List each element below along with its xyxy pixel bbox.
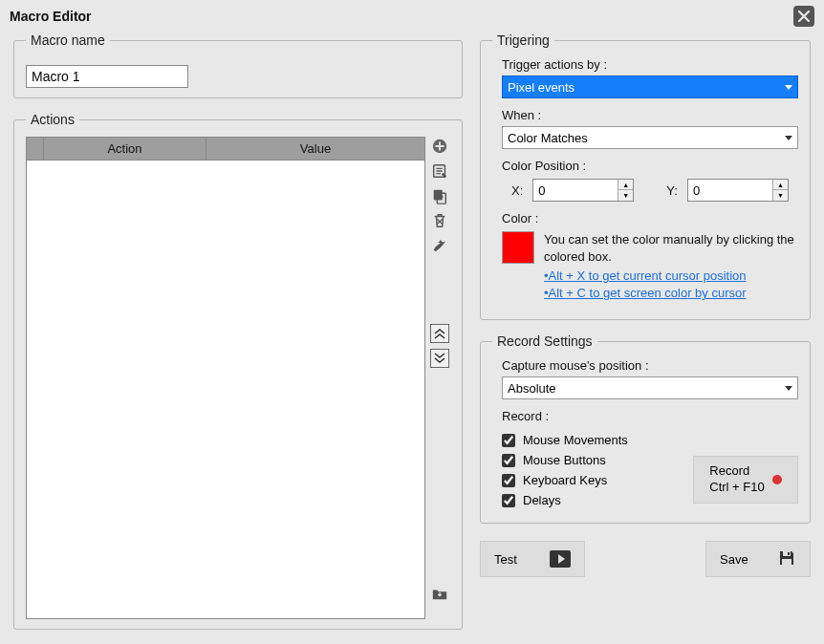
value-column-header: Value <box>206 138 424 160</box>
x-field[interactable] <box>533 182 618 200</box>
svg-rect-6 <box>788 552 790 555</box>
trigger-by-value: Pixel events <box>508 80 575 95</box>
altc-link[interactable]: •Alt + C to get screen color by cursor <box>502 286 798 300</box>
double-chevron-down-icon <box>433 352 446 365</box>
macro-name-input[interactable] <box>26 65 188 88</box>
folder-download-icon <box>431 585 448 602</box>
color-position-label: Color Position : <box>502 159 798 173</box>
close-icon <box>798 11 810 22</box>
chk-movements[interactable] <box>502 434 515 447</box>
add-action-button[interactable] <box>430 137 449 156</box>
close-button[interactable] <box>793 6 814 27</box>
actions-group: Actions Action Value <box>13 112 463 630</box>
wizard-icon <box>431 237 448 254</box>
when-label: When : <box>502 108 798 122</box>
macro-name-legend: Macro name <box>26 32 110 48</box>
move-down-button[interactable] <box>430 349 449 368</box>
edit-icon <box>431 162 448 180</box>
x-spinner[interactable]: ▲▼ <box>618 180 633 201</box>
copy-action-button[interactable] <box>430 186 449 205</box>
record-btn-line2: Ctrl + F10 <box>709 480 764 496</box>
delete-action-button[interactable] <box>430 211 449 230</box>
chk-buttons-row[interactable]: Mouse Buttons <box>502 453 693 467</box>
record-button[interactable]: Record Ctrl + F10 <box>693 456 798 504</box>
triggering-legend: Trigering <box>492 32 554 48</box>
title-bar: Macro Editor <box>0 0 824 32</box>
trash-icon <box>431 212 448 229</box>
chevron-down-icon <box>785 85 792 90</box>
play-icon <box>550 550 571 568</box>
copy-icon <box>431 187 448 204</box>
plus-circle-icon <box>431 138 448 155</box>
export-button[interactable] <box>430 584 449 603</box>
chk-keys-row[interactable]: Keyboard Keys <box>502 473 693 487</box>
trigger-by-label: Trigger actions by : <box>502 57 798 72</box>
save-label: Save <box>720 552 748 567</box>
chk-keys[interactable] <box>502 474 515 487</box>
record-label: Record : <box>502 409 798 423</box>
window-title: Macro Editor <box>10 9 92 24</box>
when-select[interactable]: Color Matches <box>502 126 798 149</box>
y-field[interactable] <box>688 182 772 200</box>
record-dot-icon <box>772 475 782 484</box>
x-label: X: <box>502 183 523 198</box>
chk-movements-row[interactable]: Mouse Movements <box>502 433 693 447</box>
chk-delays[interactable] <box>502 494 515 507</box>
altx-link[interactable]: •Alt + X to get current cursor position <box>502 268 798 283</box>
chk-delays-row[interactable]: Delays <box>502 493 693 507</box>
double-chevron-up-icon <box>433 327 446 340</box>
row-number-header <box>27 138 44 160</box>
actions-header: Action Value <box>27 138 424 161</box>
record-btn-line1: Record <box>709 463 764 480</box>
capture-select[interactable]: Absolute <box>502 376 798 399</box>
color-swatch[interactable] <box>502 231 534 264</box>
y-input[interactable]: ▲▼ <box>687 179 789 202</box>
move-up-button[interactable] <box>430 324 449 343</box>
capture-label: Capture mouse's position : <box>502 358 798 373</box>
chevron-down-icon <box>785 386 792 391</box>
actions-body[interactable] <box>27 161 424 618</box>
chk-keys-label: Keyboard Keys <box>523 473 607 487</box>
macro-name-group: Macro name <box>13 32 463 98</box>
chk-delays-label: Delays <box>523 493 561 507</box>
x-input[interactable]: ▲▼ <box>532 179 634 202</box>
test-label: Test <box>494 552 517 567</box>
record-settings-legend: Record Settings <box>492 333 597 349</box>
chevron-down-icon <box>785 136 792 140</box>
trigger-by-select[interactable]: Pixel events <box>502 75 798 98</box>
chk-buttons-label: Mouse Buttons <box>523 453 606 467</box>
action-column-header: Action <box>44 138 206 160</box>
color-hint: You can set the color manually by clicki… <box>544 231 798 266</box>
actions-legend: Actions <box>26 112 79 127</box>
y-spinner[interactable]: ▲▼ <box>772 180 788 201</box>
actions-table[interactable]: Action Value <box>26 137 425 619</box>
record-settings-group: Record Settings Capture mouse's position… <box>480 333 811 524</box>
svg-rect-5 <box>782 559 791 565</box>
when-value: Color Matches <box>508 131 588 145</box>
chk-movements-label: Mouse Movements <box>523 433 628 447</box>
wizard-button[interactable] <box>430 236 449 255</box>
y-label: Y: <box>657 183 678 198</box>
test-button[interactable]: Test <box>480 541 585 577</box>
edit-action-button[interactable] <box>430 161 449 181</box>
triggering-group: Trigering Trigger actions by : Pixel eve… <box>480 32 811 320</box>
chk-buttons[interactable] <box>502 454 515 467</box>
save-button[interactable]: Save <box>705 541 811 577</box>
save-icon <box>777 548 796 570</box>
capture-value: Absolute <box>508 381 556 396</box>
color-label: Color : <box>502 211 798 225</box>
